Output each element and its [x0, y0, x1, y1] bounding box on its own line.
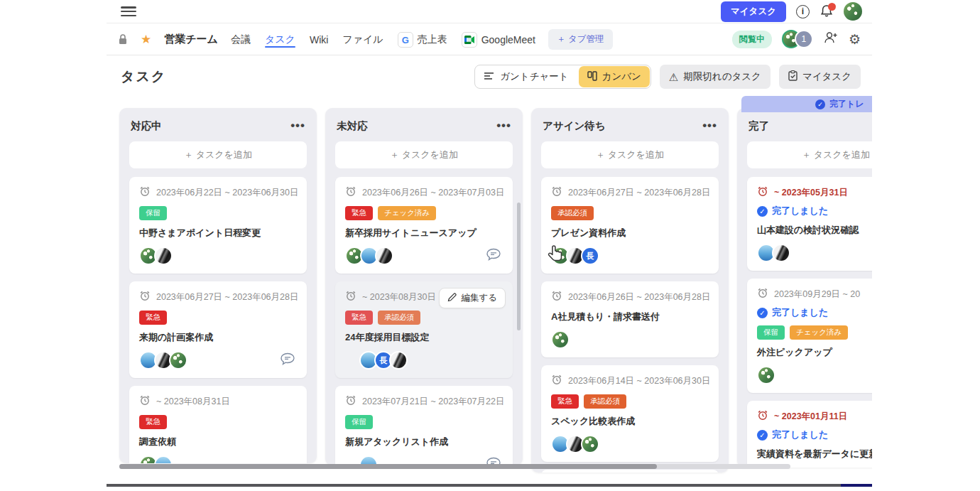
tab-売上表[interactable]: G売上表: [398, 23, 447, 55]
tab-label: 売上表: [418, 33, 447, 46]
task-card[interactable]: 2023年06月27日 ~ 2023年06月28日緊急来期の計画案作成: [129, 281, 307, 378]
task-card[interactable]: ~ 2023年05月31日✓完了しました山本建設の検討状況確認: [747, 177, 872, 271]
task-card[interactable]: 2023年06月20日 ~ 2023年06月30日: [541, 470, 719, 473]
task-card[interactable]: 2023年06月14日 ~ 2023年06月30日緊急承認必須スペック比較表作成: [541, 365, 719, 462]
tab-Wiki[interactable]: Wiki: [310, 26, 328, 53]
edit-task-label: 編集する: [461, 292, 497, 304]
deadline-clock-icon: [551, 290, 562, 304]
card-title: スペック比較表作成: [551, 415, 709, 428]
card-date: 2023年06月26日 ~ 2023年06月28日: [568, 291, 710, 303]
task-card[interactable]: ~ 2023年08月30日編集する緊急承認必須24年度採用目標設定長: [335, 281, 513, 378]
kanban-board: 対応中•••＋ タスクを追加2023年06月22日 ~ 2023年06月30日保…: [119, 108, 872, 473]
column-menu-button[interactable]: •••: [496, 123, 511, 129]
card-date: ~ 2023年01月11日: [774, 411, 847, 423]
card-assignees: [757, 366, 872, 384]
assignee-avatar-leader: 長: [581, 247, 599, 265]
task-card[interactable]: 2023年07月21日 ~ 2023年07月22日保留新規アタックリスト作成: [335, 386, 513, 465]
tab-会議[interactable]: 会議: [231, 25, 251, 53]
edit-task-button[interactable]: 編集する: [439, 288, 506, 308]
viewer-avatars[interactable]: 1: [782, 30, 813, 48]
add-task-button[interactable]: ＋ タスクを追加: [129, 141, 307, 168]
deadline-clock-icon: [551, 185, 562, 200]
badge-チェック済み: チェック済み: [378, 206, 436, 220]
task-card[interactable]: 2023年06月22日 ~ 2023年06月30日保留中野さまアポイント日程変更: [129, 177, 307, 274]
tab-タスク[interactable]: タスク: [265, 25, 295, 53]
card-date: 2023年06月22日 ~ 2023年06月30日: [156, 187, 298, 199]
card-date: ~ 2023年08月31日: [156, 396, 230, 408]
user-avatar[interactable]: [844, 2, 862, 21]
card-badges: 緊急: [139, 415, 297, 429]
assignee-avatar-green: [581, 435, 599, 453]
add-task-button[interactable]: ＋ タスクを追加: [747, 141, 872, 168]
card-date-row: 2023年06月27日 ~ 2023年06月28日: [551, 185, 709, 200]
column-title: アサイン待ち: [543, 119, 606, 133]
deadline-clock-icon: [139, 290, 151, 304]
card-date: 2023年06月26日 ~ 2023年07月03日: [362, 187, 504, 199]
my-task-button[interactable]: マイタスク: [721, 1, 786, 22]
view-toolbar: ガントチャート カンバン ⚠ 期限切れのタスク マイタスク: [474, 65, 861, 89]
add-task-button[interactable]: ＋ タスクを追加: [541, 141, 719, 168]
favorite-star-icon[interactable]: ★: [141, 33, 151, 45]
card-assignees: 長: [551, 247, 709, 265]
my-tasks-filter-button[interactable]: マイタスク: [779, 65, 861, 89]
assignee-avatar-black: [154, 247, 173, 265]
task-card[interactable]: 2023年06月26日 ~ 2023年07月03日緊急チェック済み新卒採用サイト…: [335, 177, 513, 274]
task-card[interactable]: 2023年06月26日 ~ 2023年06月28日A社見積もり・請求書送付: [541, 281, 719, 357]
kanban-column-未対応: 未対応•••＋ タスクを追加2023年06月26日 ~ 2023年07月03日緊…: [325, 108, 523, 465]
my-tasks-filter-label: マイタスク: [802, 70, 851, 83]
card-assignees: [551, 435, 709, 453]
card-badges: 承認必須: [551, 206, 709, 220]
card-assignees: [139, 351, 297, 369]
hamburger-menu-icon[interactable]: [121, 6, 136, 16]
viewer-count: 1: [795, 30, 813, 48]
view-switcher: ガントチャート カンバン: [474, 65, 651, 89]
badge-承認必須: 承認必須: [584, 394, 626, 409]
column-menu-button[interactable]: •••: [702, 123, 717, 129]
card-badges: 緊急承認必須: [551, 394, 709, 409]
column-title: 対応中: [131, 119, 162, 133]
kanban-view-button[interactable]: カンバン: [579, 66, 650, 87]
warning-icon: ⚠: [669, 72, 678, 82]
add-task-button[interactable]: ＋ タスクを追加: [335, 141, 513, 168]
horizontal-scrollbar-thumb[interactable]: [119, 464, 657, 469]
notification-bell-icon[interactable]: [820, 4, 834, 18]
done-label: 完了しました: [772, 205, 828, 217]
card-title: A社見積もり・請求書送付: [551, 311, 709, 323]
page-header: タスク ガントチャート カンバン ⚠ 期限切れのタスク: [107, 55, 872, 98]
task-card[interactable]: ~ 2023年08月31日緊急調査依頼: [129, 386, 307, 463]
card-badges: 緊急チェック済み: [345, 206, 503, 220]
column-title: 完了: [748, 119, 769, 133]
add-member-icon[interactable]: [823, 31, 839, 48]
column-title: 未対応: [337, 119, 368, 133]
comment-icon[interactable]: [280, 352, 295, 368]
card-title: 中野さまアポイント日程変更: [139, 227, 297, 239]
deadline-clock-icon: [345, 394, 356, 409]
assignee-avatar-green: [757, 366, 775, 384]
task-card[interactable]: 2023年09月29日 ~ 20✓完了しました保留チェック済み外注ピックアップ: [747, 279, 872, 393]
task-card[interactable]: ~ 2023年01月11日✓完了しました実績資料を最新データに更新: [747, 401, 872, 468]
card-assignees: [345, 247, 503, 265]
column-scrollbar[interactable]: [517, 203, 521, 330]
info-icon[interactable]: i: [796, 5, 810, 18]
column-menu-button[interactable]: •••: [290, 123, 305, 129]
card-badges: 保留チェック済み: [757, 325, 872, 340]
settings-gear-icon[interactable]: ⚙: [849, 33, 861, 46]
card-assignees: 長: [345, 351, 503, 369]
tab-ファイル[interactable]: ファイル: [342, 25, 383, 53]
card-badges: 保留: [345, 415, 503, 429]
app-window: マイタスク i ★ 営業チーム 会議タスクWikiファイルG売上表GoogleM…: [107, 0, 872, 489]
deadline-clock-icon: [757, 185, 768, 200]
comment-icon[interactable]: [486, 248, 501, 264]
tab-manage-button[interactable]: ＋ タブ管理: [548, 29, 613, 50]
horizontal-scrollbar[interactable]: [119, 464, 790, 469]
done-check-icon: ✓: [757, 430, 768, 441]
card-date-row: ~ 2023年05月31日: [757, 185, 872, 200]
gantt-view-button[interactable]: ガントチャート: [475, 65, 577, 88]
badge-保留: 保留: [345, 415, 373, 429]
tab-GoogleMeet[interactable]: GoogleMeet: [462, 23, 535, 55]
overdue-tasks-button[interactable]: ⚠ 期限切れのタスク: [660, 65, 771, 89]
card-date-row: 2023年06月26日 ~ 2023年07月03日: [345, 185, 503, 200]
gantt-icon: [484, 72, 495, 82]
task-card[interactable]: 2023年06月27日 ~ 2023年06月28日承認必須プレゼン資料作成長: [541, 177, 719, 274]
card-date-row: 2023年06月14日 ~ 2023年06月30日: [551, 374, 709, 388]
